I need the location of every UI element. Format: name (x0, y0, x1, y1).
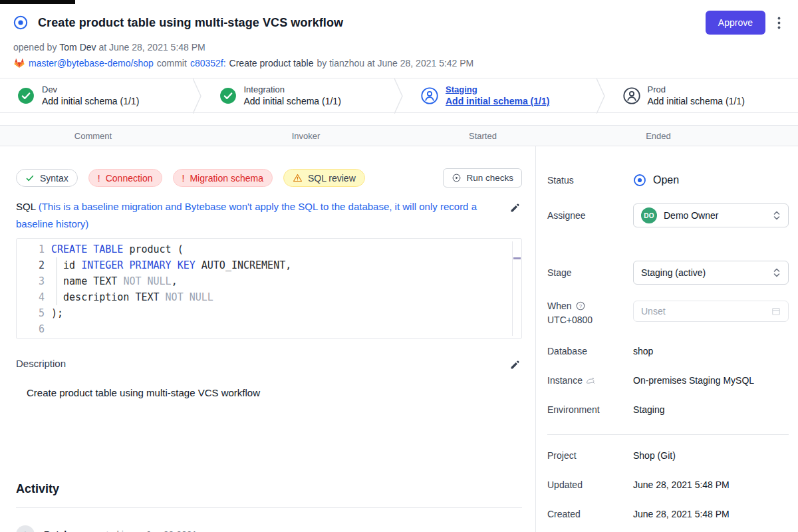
stage-name: Staging (446, 84, 549, 95)
indent-guide (57, 257, 57, 305)
stage-select[interactable]: Staging (active) (633, 261, 789, 285)
sidebar-row-instance: Instance On-premises Staging MySQL (547, 375, 789, 386)
line-number: 3 (17, 273, 51, 289)
assignee-label: Assignee (547, 210, 633, 221)
sidebar-row-stage: Stage Staging (active) (547, 261, 789, 285)
page-title: Create product table using multi-stage V… (38, 16, 343, 30)
code-line: 3 name TEXT NOT NULL, (17, 273, 521, 289)
stage-person-pending-icon (623, 87, 640, 104)
issue-header: Create product table using multi-stage V… (0, 0, 798, 78)
code-line: 2 id INTEGER PRIMARY KEY AUTO_INCREMENT, (17, 257, 521, 273)
database-value: shop (633, 346, 653, 356)
sidebar-row-updated: Updated June 28, 2021 5:48 PM (547, 479, 789, 490)
editor-scrollbar[interactable] (512, 241, 521, 336)
commit-word: commit (157, 58, 187, 68)
pipeline-stage-dev[interactable]: Dev Add initial schema (1/1) (0, 78, 193, 112)
sidebar-row-status: Status Open (547, 174, 789, 187)
badge-label: Connection (106, 173, 153, 184)
status-open-icon (633, 174, 646, 187)
instance-label: Instance (547, 375, 583, 386)
check-badge-syntax[interactable]: Syntax (16, 169, 78, 187)
sidebar-row-environment: Environment Staging (547, 404, 789, 415)
warning-triangle-icon (293, 173, 303, 183)
pipeline-stage-integration[interactable]: Integration Add initial schema (1/1) (202, 78, 395, 112)
line-number: 6 (17, 321, 51, 337)
badge-label: Migration schema (190, 173, 263, 184)
column-header-ended: Ended (540, 131, 777, 141)
sql-baseline-note: (This is a baseline migration and Byteba… (16, 201, 477, 229)
stage-task: Add initial schema (1/1) (446, 95, 549, 107)
stage-task: Add initial schema (1/1) (42, 95, 139, 107)
column-header-started: Started (426, 131, 540, 141)
kebab-menu-icon[interactable] (776, 14, 782, 32)
created-label: Created (547, 509, 633, 519)
instance-value: On-premises Staging MySQL (633, 375, 754, 386)
svg-text:?: ? (579, 303, 582, 309)
stage-name: Dev (42, 84, 139, 95)
environment-label: Environment (547, 404, 633, 415)
status-value: Open (653, 174, 679, 186)
run-checks-button[interactable]: Run checks (443, 168, 522, 188)
stage-label: Stage (547, 267, 633, 278)
check-badge-migration-schema[interactable]: ! Migration schema (173, 169, 273, 187)
commit-hash-link[interactable]: c80352f: (190, 58, 226, 68)
stage-separator-chevron (193, 78, 202, 114)
column-header-comment: Comment (0, 131, 186, 141)
run-checks-play-icon (452, 173, 462, 183)
chevron-updown-icon (773, 210, 781, 221)
pipeline-stage-prod[interactable]: Prod Add initial schema (1/1) (606, 78, 798, 112)
issue-sidebar: Status Open Assignee DO Demo Owner (535, 146, 798, 532)
error-exclamation-icon: ! (98, 173, 100, 184)
environment-value: Staging (633, 404, 664, 415)
assignee-value: Demo Owner (664, 210, 718, 221)
commit-meta: by tianzhou at June 28, 2021 5:42 PM (317, 58, 473, 68)
pipeline-stage-staging[interactable]: Staging Add initial schema (1/1) (404, 78, 597, 112)
stage-separator-chevron (597, 78, 606, 114)
chevron-updown-icon (773, 267, 781, 278)
description-section-header: Description (16, 355, 522, 372)
stage-person-active-icon (421, 87, 438, 104)
check-icon (25, 174, 35, 183)
top-left-dark-bar (0, 0, 75, 4)
error-exclamation-icon: ! (182, 173, 185, 184)
updated-value: June 28, 2021 5:48 PM (633, 479, 730, 490)
edit-sql-pencil-icon[interactable] (508, 201, 522, 215)
stage-pipeline: Dev Add initial schema (1/1) Integration… (0, 78, 798, 113)
plus-icon: + (16, 525, 35, 532)
help-icon: ? (576, 301, 585, 311)
sidebar-row-database: Database shop (547, 346, 789, 356)
edit-description-pencil-icon[interactable] (508, 358, 522, 372)
line-number: 2 (17, 257, 51, 273)
code-line: 1 CREATE TABLE product ( (17, 241, 521, 257)
sql-section-header: SQL (This is a baseline migration and By… (16, 198, 522, 233)
commit-message: Create product table (229, 58, 314, 68)
opened-author: Tom Dev (59, 42, 96, 53)
when-datetime-input[interactable]: Unset (633, 301, 789, 322)
line-number: 1 (17, 241, 51, 257)
run-checks-label: Run checks (466, 173, 513, 183)
mysql-dolphin-icon (586, 376, 597, 385)
gitlab-icon (13, 57, 25, 69)
code-line: 6 (17, 321, 521, 337)
check-badge-connection[interactable]: ! Connection (88, 169, 162, 187)
badge-label: SQL review (308, 173, 356, 184)
when-timezone: UTC+0800 (547, 315, 633, 325)
project-label: Project (547, 450, 633, 461)
activity-author: Bytebase (44, 529, 85, 532)
opened-time: at June 28, 2021 5:48 PM (98, 42, 205, 53)
check-badge-sql-review[interactable]: SQL review (283, 169, 365, 187)
approve-button[interactable]: Approve (706, 11, 765, 35)
when-label: When (547, 301, 572, 311)
calendar-icon (771, 307, 781, 316)
issue-open-status-icon (13, 15, 28, 30)
assignee-avatar: DO (641, 207, 657, 223)
badge-label: Syntax (40, 173, 68, 184)
activity-divider (16, 507, 522, 508)
commit-branch-repo-link[interactable]: master@bytebase-demo/shop (29, 58, 154, 68)
activity-heading: Activity (16, 482, 522, 496)
activity-item: + Bytebase created issue Jun 28 2021 (16, 525, 522, 532)
assignee-select[interactable]: DO Demo Owner (633, 203, 789, 227)
task-table-header: Comment Invoker Started Ended (0, 125, 798, 146)
stage-task: Add initial schema (1/1) (244, 95, 341, 107)
sql-code-editor[interactable]: 1 CREATE TABLE product ( 2 id INTEGER PR… (16, 238, 522, 339)
